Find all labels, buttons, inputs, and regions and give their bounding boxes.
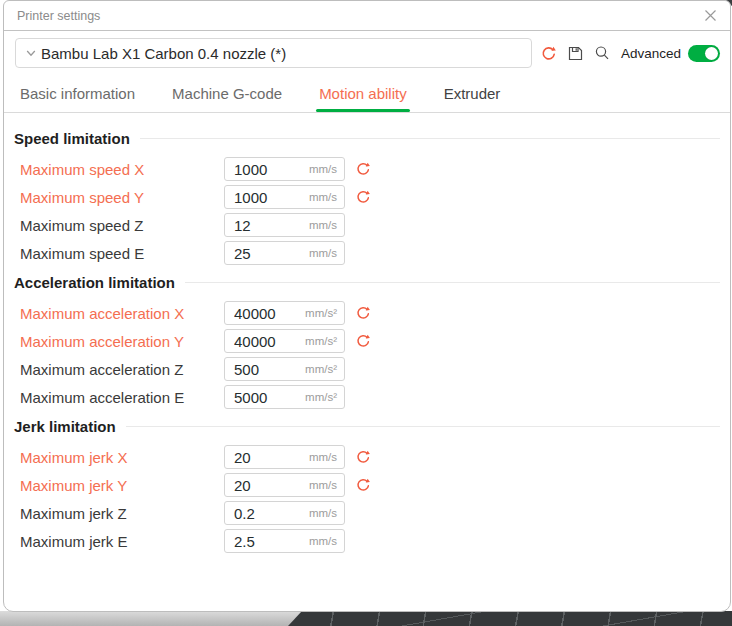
- section-title: Speed limitation: [14, 130, 130, 147]
- row-max-acceleration-e: Maximum acceleration E mm/s²: [20, 385, 720, 409]
- value-field: mm/s: [224, 185, 345, 209]
- reset-value-button[interactable]: [354, 476, 372, 494]
- max-jerk-y-input[interactable]: [225, 477, 297, 494]
- setting-label: Maximum acceleration X: [20, 305, 224, 322]
- unit-label: mm/s: [309, 163, 344, 175]
- setting-label: Maximum speed E: [20, 245, 224, 262]
- max-speed-z-input[interactable]: [225, 217, 297, 234]
- row-max-speed-e: Maximum speed E mm/s: [20, 241, 720, 265]
- section-title: Acceleration limitation: [14, 274, 175, 291]
- reset-icon: [355, 333, 371, 349]
- reset-value-button[interactable]: [354, 304, 372, 322]
- max-acceleration-y-input[interactable]: [225, 333, 297, 350]
- unit-label: mm/s²: [305, 391, 344, 403]
- max-speed-y-input[interactable]: [225, 189, 297, 206]
- row-max-jerk-e: Maximum jerk E mm/s: [20, 529, 720, 553]
- reset-value-button[interactable]: [354, 160, 372, 178]
- advanced-mode-label: Advanced: [621, 46, 681, 61]
- row-max-speed-y: Maximum speed Y mm/s: [20, 185, 720, 209]
- value-field: mm/s²: [224, 301, 345, 325]
- value-field: mm/s²: [224, 329, 345, 353]
- setting-label: Maximum speed Z: [20, 217, 224, 234]
- unit-label: mm/s: [309, 219, 344, 231]
- tab-machine-gcode[interactable]: Machine G-code: [172, 85, 282, 112]
- chevron-down-icon: [24, 46, 38, 60]
- setting-label: Maximum acceleration E: [20, 389, 224, 406]
- save-preset-button[interactable]: [565, 42, 586, 64]
- max-acceleration-x-input[interactable]: [225, 305, 297, 322]
- value-field: mm/s²: [224, 385, 345, 409]
- setting-label: Maximum jerk Y: [20, 477, 224, 494]
- unit-label: mm/s: [309, 535, 344, 547]
- section-title: Jerk limitation: [14, 418, 116, 435]
- section-acceleration-limitation: Acceleration limitation Maximum accelera…: [14, 271, 720, 409]
- printer-preset-select[interactable]: Bambu Lab X1 Carbon 0.4 nozzle (*): [15, 38, 532, 68]
- tab-basic-information[interactable]: Basic information: [20, 85, 135, 112]
- reset-value-button[interactable]: [354, 332, 372, 350]
- max-acceleration-e-input[interactable]: [225, 389, 297, 406]
- setting-label: Maximum speed X: [20, 161, 224, 178]
- row-max-jerk-y: Maximum jerk Y mm/s: [20, 473, 720, 497]
- reset-icon: [355, 305, 371, 321]
- value-field: mm/s: [224, 241, 345, 265]
- value-field: mm/s: [224, 529, 345, 553]
- advanced-mode-toggle[interactable]: [688, 45, 720, 62]
- reset-icon: [355, 449, 371, 465]
- unit-label: mm/s²: [305, 307, 344, 319]
- row-max-acceleration-x: Maximum acceleration X mm/s²: [20, 301, 720, 325]
- row-max-jerk-z: Maximum jerk Z mm/s: [20, 501, 720, 525]
- settings-content: Speed limitation Maximum speed X mm/s Ma…: [4, 113, 730, 611]
- setting-label: Maximum acceleration Y: [20, 333, 224, 350]
- viewport-background: [0, 611, 732, 626]
- unit-label: mm/s: [309, 451, 344, 463]
- setting-label: Maximum acceleration Z: [20, 361, 224, 378]
- selected-preset-label: Bambu Lab X1 Carbon 0.4 nozzle (*): [41, 45, 286, 62]
- section-divider: [140, 138, 720, 139]
- max-speed-e-input[interactable]: [225, 245, 297, 262]
- row-max-speed-z: Maximum speed Z mm/s: [20, 213, 720, 237]
- build-plate: [288, 611, 732, 626]
- preset-bar: Bambu Lab X1 Carbon 0.4 nozzle (*) Advan…: [4, 31, 730, 75]
- max-jerk-z-input[interactable]: [225, 505, 297, 522]
- save-icon: [567, 45, 584, 62]
- section-speed-limitation: Speed limitation Maximum speed X mm/s Ma…: [14, 127, 720, 265]
- reset-preset-button[interactable]: [538, 42, 559, 64]
- dialog-titlebar: Printer settings: [4, 1, 730, 31]
- reset-value-button[interactable]: [354, 448, 372, 466]
- reset-value-button[interactable]: [354, 188, 372, 206]
- value-field: mm/s: [224, 473, 345, 497]
- settings-tabs: Basic information Machine G-code Motion …: [4, 75, 730, 113]
- unit-label: mm/s: [309, 507, 344, 519]
- value-field: mm/s: [224, 501, 345, 525]
- setting-label: Maximum jerk Z: [20, 505, 224, 522]
- section-divider: [185, 282, 720, 283]
- reset-icon: [355, 477, 371, 493]
- max-acceleration-z-input[interactable]: [225, 361, 297, 378]
- unit-label: mm/s: [309, 479, 344, 491]
- tab-extruder[interactable]: Extruder: [444, 85, 501, 112]
- value-field: mm/s: [224, 157, 345, 181]
- row-max-acceleration-y: Maximum acceleration Y mm/s²: [20, 329, 720, 353]
- max-jerk-e-input[interactable]: [225, 533, 297, 550]
- value-field: mm/s²: [224, 357, 345, 381]
- reset-icon: [355, 161, 371, 177]
- reset-icon: [355, 189, 371, 205]
- section-divider: [126, 426, 720, 427]
- row-max-speed-x: Maximum speed X mm/s: [20, 157, 720, 181]
- tab-motion-ability[interactable]: Motion ability: [319, 85, 407, 112]
- row-max-acceleration-z: Maximum acceleration Z mm/s²: [20, 357, 720, 381]
- search-button[interactable]: [592, 42, 613, 64]
- unit-label: mm/s²: [305, 335, 344, 347]
- setting-label: Maximum jerk X: [20, 449, 224, 466]
- toggle-knob: [705, 47, 718, 60]
- setting-label: Maximum speed Y: [20, 189, 224, 206]
- max-speed-x-input[interactable]: [225, 161, 297, 178]
- close-button[interactable]: [700, 6, 720, 26]
- reset-icon: [540, 45, 557, 62]
- row-max-jerk-x: Maximum jerk X mm/s: [20, 445, 720, 469]
- unit-label: mm/s: [309, 191, 344, 203]
- max-jerk-x-input[interactable]: [225, 449, 297, 466]
- section-jerk-limitation: Jerk limitation Maximum jerk X mm/s Maxi…: [14, 415, 720, 553]
- dialog-title: Printer settings: [17, 9, 100, 23]
- setting-label: Maximum jerk E: [20, 533, 224, 550]
